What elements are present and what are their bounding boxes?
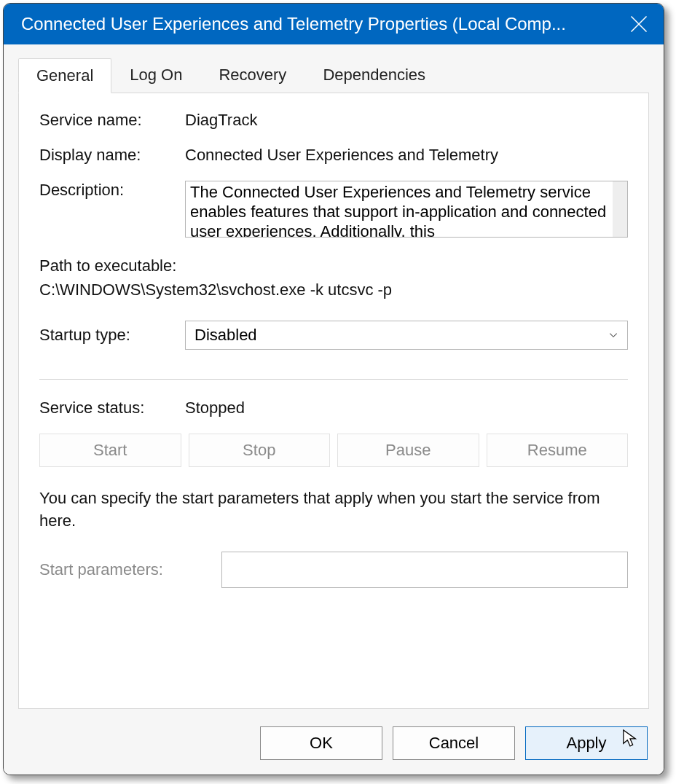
pause-button[interactable]: Pause	[337, 434, 479, 467]
tab-logon[interactable]: Log On	[111, 58, 200, 93]
startup-type-select[interactable]: Disabled	[185, 321, 628, 350]
display-name-value: Connected User Experiences and Telemetry	[185, 146, 628, 165]
ok-button[interactable]: OK	[260, 726, 382, 760]
general-panel: Service name: DiagTrack Display name: Co…	[18, 93, 649, 709]
display-name-label: Display name:	[39, 146, 185, 165]
dialog-button-row: OK Cancel Apply	[4, 718, 664, 775]
path-label: Path to executable:	[39, 254, 628, 278]
path-value: C:\WINDOWS\System32\svchost.exe -k utcsv…	[39, 278, 628, 302]
tab-dependencies[interactable]: Dependencies	[304, 58, 444, 93]
window-title: Connected User Experiences and Telemetry…	[21, 14, 629, 34]
divider	[39, 379, 628, 380]
tab-recovery[interactable]: Recovery	[200, 58, 304, 93]
start-params-label: Start parameters:	[39, 560, 221, 579]
apply-button[interactable]: Apply	[525, 726, 648, 760]
cancel-button[interactable]: Cancel	[393, 726, 515, 760]
properties-dialog: Connected User Experiences and Telemetry…	[3, 3, 664, 775]
startup-type-value: Disabled	[194, 326, 257, 345]
tabstrip: General Log On Recovery Dependencies	[4, 44, 664, 93]
service-status-label: Service status:	[39, 399, 185, 418]
chevron-down-icon	[608, 330, 618, 340]
resume-button[interactable]: Resume	[487, 434, 629, 467]
titlebar: Connected User Experiences and Telemetry…	[4, 4, 664, 44]
startup-type-label: Startup type:	[39, 326, 185, 345]
description-label: Description:	[39, 181, 185, 200]
tab-general[interactable]: General	[18, 58, 111, 93]
stop-button[interactable]: Stop	[189, 434, 331, 467]
service-status-value: Stopped	[185, 399, 628, 418]
start-params-hint: You can specify the start parameters tha…	[39, 487, 628, 533]
close-icon[interactable]	[629, 14, 649, 34]
description-textbox[interactable]: The Connected User Experiences and Telem…	[185, 181, 628, 238]
service-name-label: Service name:	[39, 111, 185, 130]
service-name-value: DiagTrack	[185, 111, 628, 130]
start-button[interactable]: Start	[39, 434, 181, 467]
start-params-input[interactable]	[221, 552, 628, 588]
